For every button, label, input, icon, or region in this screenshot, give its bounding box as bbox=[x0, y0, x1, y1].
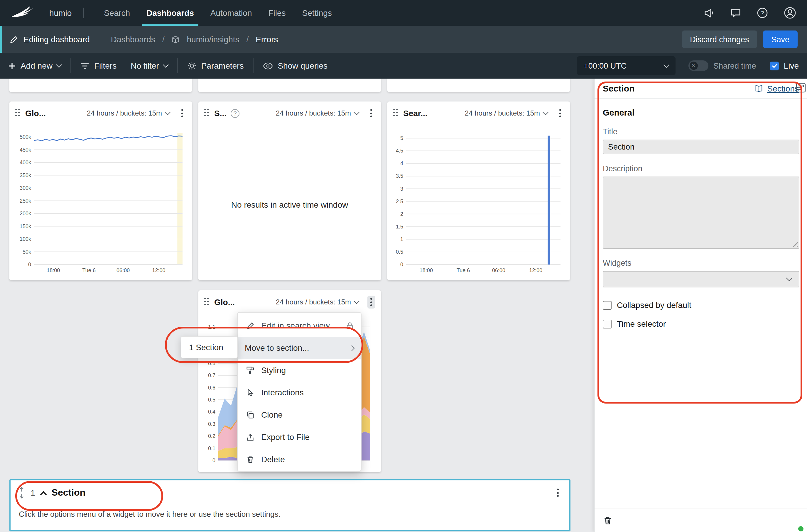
widget-header: Glo... 24 hours / buckets: 15m bbox=[10, 101, 192, 125]
drag-handle-icon[interactable] bbox=[204, 109, 210, 118]
breadcrumb-dashboards[interactable]: Dashboards bbox=[111, 35, 155, 44]
svg-text:500k: 500k bbox=[20, 134, 31, 140]
svg-text:0.5: 0.5 bbox=[396, 249, 403, 255]
live-checkbox[interactable] bbox=[770, 61, 779, 70]
export-icon bbox=[245, 433, 255, 441]
svg-text:5: 5 bbox=[400, 135, 403, 141]
nav-automation[interactable]: Automation bbox=[202, 0, 260, 26]
nav-search[interactable]: Search bbox=[96, 0, 138, 26]
sections-link-group[interactable]: Sections bbox=[754, 83, 799, 93]
section-order-number: 1 bbox=[31, 488, 35, 497]
shared-time-toggle[interactable]: × bbox=[688, 60, 708, 71]
svg-text:0.7: 0.7 bbox=[208, 373, 215, 378]
widget-options-button[interactable] bbox=[367, 107, 375, 120]
discard-changes-button[interactable]: Discard changes bbox=[682, 31, 757, 48]
drag-handle-icon[interactable] bbox=[15, 109, 21, 118]
widgets-label: Widgets bbox=[603, 259, 799, 267]
menu-item-delete[interactable]: Delete bbox=[238, 448, 361, 470]
nav-dashboards[interactable]: Dashboards bbox=[138, 0, 202, 26]
filters-button[interactable]: Filters bbox=[81, 61, 116, 70]
svg-text:Tue 6: Tue 6 bbox=[82, 267, 96, 273]
chevron-down-icon bbox=[354, 298, 360, 304]
parameters-button[interactable]: Parameters bbox=[187, 61, 244, 70]
widget-options-button[interactable] bbox=[179, 107, 186, 120]
widget-header: Glo... 24 hours / buckets: 15m bbox=[198, 290, 381, 314]
feedback-icon[interactable] bbox=[730, 7, 741, 18]
time-selector-checkbox[interactable] bbox=[603, 319, 611, 328]
drag-handle-icon[interactable] bbox=[204, 298, 210, 306]
menu-item-clone[interactable]: Clone bbox=[238, 403, 361, 426]
drag-handle-icon[interactable] bbox=[393, 109, 399, 118]
save-button[interactable]: Save bbox=[763, 31, 797, 48]
section-description-textarea[interactable] bbox=[603, 177, 799, 248]
svg-text:450k: 450k bbox=[20, 147, 31, 153]
section-title: Section bbox=[52, 488, 86, 498]
crowdstrike-logo-icon[interactable] bbox=[11, 5, 34, 21]
section-options-button[interactable] bbox=[555, 486, 561, 499]
section-header: 1 Section bbox=[19, 486, 561, 499]
interactions-icon bbox=[245, 388, 255, 397]
move-to-section-submenu-item[interactable]: 1 Section bbox=[181, 336, 238, 358]
widget-header: Sear... 24 hours / buckets: 15m bbox=[387, 101, 570, 125]
widget-options-button-active[interactable] bbox=[367, 296, 375, 308]
nav-files[interactable]: Files bbox=[260, 0, 294, 26]
timezone-dropdown[interactable]: +00:00 UTC bbox=[576, 56, 675, 75]
section-title-input[interactable] bbox=[603, 139, 800, 154]
help-icon[interactable]: ? bbox=[756, 7, 768, 19]
edit-pencil-icon bbox=[10, 35, 18, 44]
lock-icon bbox=[346, 321, 354, 330]
svg-text:350k: 350k bbox=[20, 172, 31, 178]
primary-nav: Search Dashboards Automation Files Setti… bbox=[96, 0, 340, 26]
time-range-dropdown[interactable]: 24 hours / buckets: 15m bbox=[87, 109, 170, 117]
kebab-icon bbox=[181, 109, 183, 117]
nav-settings[interactable]: Settings bbox=[294, 0, 340, 26]
menu-item-label: Interactions bbox=[261, 388, 304, 397]
time-range-dropdown[interactable]: 24 hours / buckets: 15m bbox=[465, 109, 548, 117]
live-checkbox-group[interactable]: Live bbox=[770, 61, 799, 70]
help-circle-icon[interactable]: ? bbox=[231, 109, 239, 118]
menu-item-label: Delete bbox=[261, 455, 285, 464]
delete-section-button[interactable] bbox=[603, 516, 613, 526]
menu-item-styling[interactable]: Styling bbox=[238, 359, 361, 381]
general-heading: General bbox=[603, 108, 799, 117]
collapsed-checkbox[interactable] bbox=[603, 301, 611, 309]
brand-humio[interactable]: humio bbox=[49, 8, 72, 18]
panel-header: Section Sections bbox=[594, 79, 807, 98]
toggle-off-icon: × bbox=[689, 62, 698, 70]
widgets-select[interactable] bbox=[603, 271, 800, 287]
filters-label: Filters bbox=[94, 61, 116, 70]
menu-item-interactions[interactable]: Interactions bbox=[238, 381, 361, 403]
panel-list-icon[interactable] bbox=[796, 83, 806, 93]
widget-options-button[interactable] bbox=[556, 107, 564, 120]
section-settings-panel: Section Sections General Title Descripti… bbox=[594, 79, 807, 532]
description-label: Description bbox=[603, 164, 799, 173]
svg-text:250k: 250k bbox=[20, 198, 31, 204]
menu-item-edit-in-search-view[interactable]: Edit in search view bbox=[238, 315, 361, 337]
gear-icon bbox=[187, 61, 197, 70]
show-queries-button[interactable]: Show queries bbox=[263, 61, 328, 70]
move-arrows-icon[interactable] bbox=[19, 486, 25, 499]
collapse-section-chevron-icon[interactable] bbox=[40, 491, 47, 498]
announcements-icon[interactable] bbox=[704, 7, 715, 18]
kebab-icon bbox=[559, 109, 561, 117]
partial-widget bbox=[387, 79, 570, 92]
time-range-dropdown[interactable]: 24 hours / buckets: 15m bbox=[276, 298, 359, 306]
svg-text:150k: 150k bbox=[20, 224, 31, 229]
svg-text:1.5: 1.5 bbox=[396, 224, 403, 230]
time-selector-row[interactable]: Time selector bbox=[603, 319, 799, 328]
no-filter-dropdown[interactable]: No filter bbox=[131, 61, 168, 70]
svg-text:0: 0 bbox=[28, 262, 31, 267]
toolbar-divider bbox=[253, 58, 254, 73]
collapsed-by-default-row[interactable]: Collapsed by default bbox=[603, 300, 799, 310]
show-queries-label: Show queries bbox=[278, 61, 328, 70]
chevron-down-icon bbox=[543, 109, 548, 115]
time-range-dropdown[interactable]: 24 hours / buckets: 15m bbox=[276, 109, 359, 117]
breadcrumb-repo[interactable]: humio/insights bbox=[187, 35, 239, 44]
menu-item-export-to-file[interactable]: Export to File bbox=[238, 426, 361, 448]
user-avatar-icon[interactable] bbox=[784, 6, 796, 19]
sections-link[interactable]: Sections bbox=[767, 83, 799, 93]
menu-item-move-to-section[interactable]: Move to section... bbox=[238, 337, 361, 359]
section-hint-text: Click the options menu of a widget to mo… bbox=[19, 510, 561, 518]
add-new-button[interactable]: Add new bbox=[8, 61, 61, 70]
svg-text:0.6: 0.6 bbox=[208, 385, 215, 391]
